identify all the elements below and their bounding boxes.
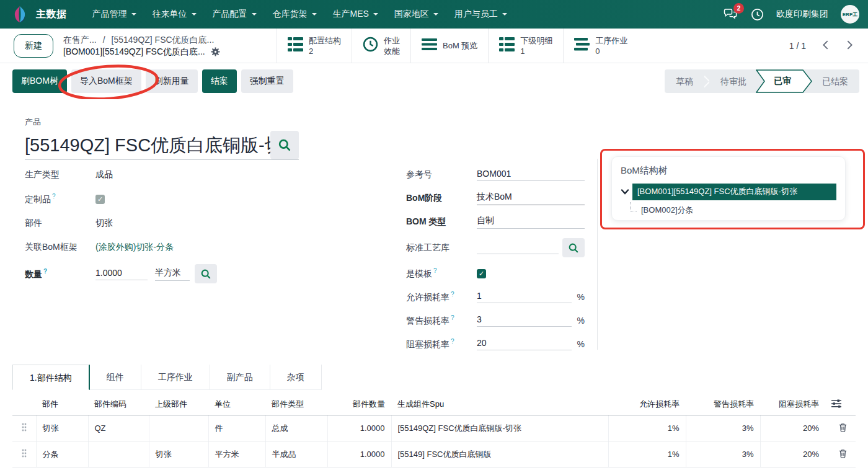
blocking-loss-rate-input[interactable]: 20 <box>477 338 572 350</box>
table-row[interactable]: 分条 切张 平方米 半成品 1.0000 [55149] FSC优质白底铜版 1… <box>12 441 856 468</box>
menu-product-config[interactable]: 产品配置 <box>205 0 265 29</box>
new-button[interactable]: 新建 <box>14 34 53 58</box>
table-row[interactable]: 切张 QZ 件 总成 1.0000 [55149QZ] FSC优质白底铜版-切张… <box>12 415 856 441</box>
close-case-button[interactable]: 结案 <box>202 69 237 93</box>
cell-part-type[interactable]: 总成 <box>265 415 327 441</box>
menu-product-management[interactable]: 产品管理 <box>84 0 144 29</box>
cell-part-qty[interactable]: 1.0000 <box>327 441 391 468</box>
breadcrumb-root[interactable]: 在售产... <box>63 34 97 46</box>
drag-handle-icon[interactable] <box>12 415 36 441</box>
cell-parent-part[interactable] <box>149 415 208 441</box>
tab-part-structure[interactable]: 1.部件结构 <box>12 365 90 390</box>
bom-tree-node-child[interactable]: [BOM002]分条 <box>621 202 836 216</box>
smart-button-sub-details[interactable]: 下级明细1 <box>488 29 563 63</box>
tree-caret-icon[interactable] <box>621 188 629 195</box>
col-uom[interactable]: 单位 <box>208 393 265 415</box>
col-warning-loss[interactable]: 警告损耗率 <box>686 393 760 415</box>
smart-button-work-efficiency[interactable]: 作业效能 <box>352 29 410 63</box>
company-name[interactable]: 欧度印刷集团 <box>776 9 828 20</box>
drag-handle-icon[interactable] <box>12 441 36 468</box>
process-lib-search-button[interactable] <box>562 238 585 257</box>
tab-misc[interactable]: 杂项 <box>270 365 322 389</box>
part-value: 切张 <box>95 218 113 229</box>
product-search-button[interactable] <box>270 131 299 159</box>
cell-part-qty[interactable]: 1.0000 <box>327 415 391 441</box>
col-generated-spu[interactable]: 生成组件Spu <box>391 393 608 415</box>
import-bom-frame-button[interactable]: 导入BoM框架 <box>71 69 141 93</box>
cell-generated-spu[interactable]: [55149QZ] FSC优质白底铜版-切张 <box>391 415 608 441</box>
cell-part[interactable]: 分条 <box>36 441 88 468</box>
tab-components[interactable]: 组件 <box>90 365 141 389</box>
col-part-type[interactable]: 部件类型 <box>265 393 327 415</box>
smart-button-group: 配置结构2 作业效能 BoM 预览 <box>277 29 638 63</box>
th-list-icon <box>499 37 515 54</box>
cell-blocking-loss[interactable]: 20% <box>760 415 825 441</box>
chevron-left-icon[interactable] <box>821 38 830 53</box>
trash-icon[interactable] <box>838 448 848 461</box>
app-menu-title[interactable]: 主数据 <box>36 8 67 21</box>
menu-production-mes[interactable]: 生产MES <box>325 0 386 29</box>
optional-columns-sliders-icon[interactable] <box>831 401 841 410</box>
cell-part-code[interactable]: QZ <box>88 415 149 441</box>
col-part[interactable]: 部件 <box>36 393 88 415</box>
bom-stage-select[interactable]: 技术BoM <box>477 192 585 205</box>
status-step-approved-active[interactable]: 已审 <box>756 69 813 93</box>
allowed-loss-rate-label: 允许损耗率? <box>406 291 477 303</box>
cell-allowed-loss[interactable]: 1% <box>608 415 686 441</box>
status-step-draft[interactable]: 草稿 <box>665 69 704 93</box>
bom-tree-node-selected[interactable]: [BOM001][55149QZ] FSC优质白底铜版-切张 <box>621 184 836 200</box>
bom-type-select[interactable]: 自制 <box>477 215 585 229</box>
smart-button-process-operations[interactable]: 工序作业0 <box>563 29 638 63</box>
cell-part-code[interactable] <box>88 441 149 468</box>
messages-icon[interactable]: 2 <box>724 7 738 21</box>
menu-users-employees[interactable]: 用户与员工 <box>446 0 515 29</box>
cell-warning-loss[interactable]: 3% <box>686 415 760 441</box>
menu-country-region[interactable]: 国家地区 <box>386 0 446 29</box>
smart-button-bom-preview[interactable]: BoM 预览 <box>410 29 488 63</box>
refresh-usage-button[interactable]: 刷新用量 <box>146 69 198 93</box>
breadcrumb-parent[interactable]: [55149QZ] FSC优质白底... <box>112 34 215 46</box>
cell-part-type[interactable]: 半成品 <box>265 441 327 468</box>
status-step-pending-approval[interactable]: 待审批 <box>709 69 758 93</box>
cell-parent-part[interactable]: 切张 <box>149 441 208 468</box>
col-allowed-loss[interactable]: 允许损耗率 <box>608 393 686 415</box>
activities-clock-icon[interactable] <box>751 8 764 21</box>
message-count-badge: 2 <box>733 3 744 14</box>
trash-icon[interactable] <box>838 422 848 435</box>
col-parent-part[interactable]: 上级部件 <box>149 393 208 415</box>
reference-input[interactable]: BOM001 <box>477 169 585 181</box>
custom-product-checkbox[interactable] <box>95 195 105 204</box>
cell-uom[interactable]: 件 <box>208 415 265 441</box>
warning-loss-rate-input[interactable]: 3 <box>477 314 572 327</box>
app-logo-icon[interactable] <box>11 5 30 24</box>
menu-warehouse-shelf[interactable]: 仓库货架 <box>265 0 325 29</box>
tab-byproducts[interactable]: 副产品 <box>210 365 270 389</box>
tab-process-operations[interactable]: 工序作业 <box>141 365 210 389</box>
quantity-unit-input[interactable]: 半方米 <box>155 267 190 281</box>
is-template-checkbox[interactable] <box>477 269 486 278</box>
related-bom-frame-link[interactable]: (涂胶外购)切张-分条 <box>95 242 174 253</box>
col-part-code[interactable]: 部件编码 <box>88 393 149 415</box>
user-avatar[interactable]: ERP工 <box>841 5 859 24</box>
cell-uom[interactable]: 平方米 <box>208 441 265 468</box>
cell-generated-spu[interactable]: [55149] FSC优质白底铜版 <box>391 441 608 468</box>
col-blocking-loss[interactable]: 阻塞损耗率 <box>760 393 825 415</box>
cell-allowed-loss[interactable]: 1% <box>608 441 686 468</box>
refresh-bom-tree-button[interactable]: 刷BOM树 <box>12 69 67 93</box>
unit-search-button[interactable] <box>195 264 217 283</box>
chevron-right-icon[interactable] <box>845 38 854 53</box>
status-step-closed[interactable]: 已结案 <box>811 69 859 93</box>
smart-button-config-structure[interactable]: 配置结构2 <box>277 29 352 63</box>
standard-process-lib-input[interactable] <box>477 242 559 254</box>
force-reset-button[interactable]: 强制重置 <box>241 69 293 93</box>
cell-warning-loss[interactable]: 3% <box>686 441 760 468</box>
product-title-input[interactable]: [55149QZ] FSC优质白底铜版-切张 <box>25 131 270 159</box>
menu-partners[interactable]: 往来单位 <box>144 0 205 29</box>
cell-blocking-loss[interactable]: 20% <box>760 441 825 468</box>
col-part-qty[interactable]: 部件数量 <box>327 393 391 415</box>
related-bom-frame-label: 关联BoM框架 <box>25 242 95 253</box>
quantity-input[interactable]: 1.0000 <box>95 268 148 280</box>
allowed-loss-rate-input[interactable]: 1 <box>477 291 572 303</box>
cell-part[interactable]: 切张 <box>36 415 88 441</box>
gear-icon[interactable] <box>211 47 220 56</box>
